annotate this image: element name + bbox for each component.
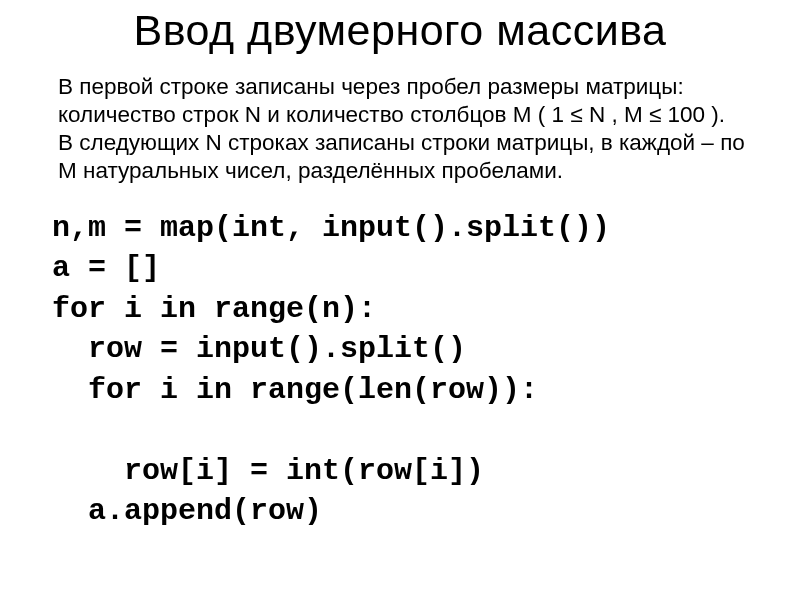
slide: Ввод двумерного массива В первой строке …: [0, 0, 800, 600]
slide-description: В первой строке записаны через пробел ра…: [50, 73, 750, 186]
slide-title: Ввод двумерного массива: [50, 0, 750, 73]
code-block: n,m = map(int, input().split()) a = [] f…: [50, 208, 750, 532]
